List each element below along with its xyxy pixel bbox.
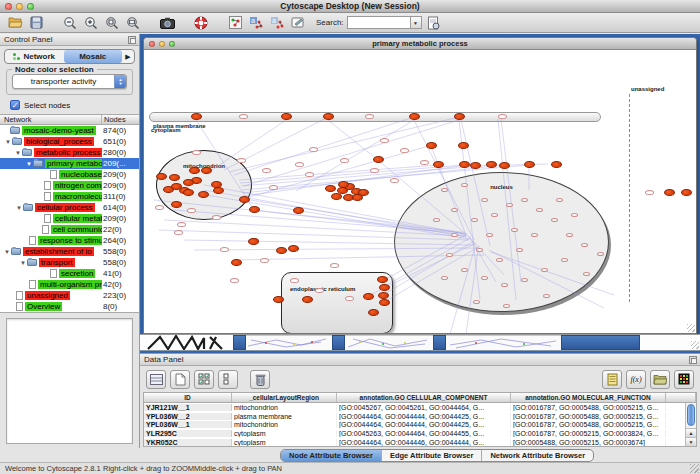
help-icon[interactable] <box>192 14 210 31</box>
tree-row[interactable]: mosaic-demo-yeast874(0) <box>0 125 139 136</box>
disclosure-triangle-icon[interactable]: ▼ <box>15 205 23 211</box>
network-node-small[interactable] <box>503 304 510 308</box>
network-node-small[interactable] <box>315 288 324 293</box>
first-neighbors-icon[interactable]: a <box>247 14 265 31</box>
tree-row[interactable]: ▼establishment of lo558(0) <box>0 246 139 257</box>
float-panel-icon[interactable] <box>689 356 697 364</box>
zoom-view-icon[interactable] <box>169 41 175 47</box>
search-input[interactable] <box>347 16 411 29</box>
network-node[interactable] <box>433 161 444 168</box>
network-node-small[interactable] <box>441 188 448 192</box>
table-row[interactable]: YPL036W__2plasma membrane[GO:0044464, GO… <box>144 412 696 421</box>
network-node[interactable] <box>338 181 349 188</box>
network-node[interactable] <box>486 161 497 168</box>
network-node[interactable] <box>368 309 379 316</box>
zoom-in-icon[interactable] <box>82 14 100 31</box>
network-node[interactable] <box>189 167 200 174</box>
network-node[interactable] <box>378 292 389 299</box>
network-node-small[interactable] <box>187 208 196 213</box>
network-node-small[interactable] <box>536 208 543 212</box>
network-node-small[interactable] <box>340 158 349 163</box>
zoom-selected-icon[interactable] <box>103 14 121 31</box>
snapshot-icon[interactable] <box>158 14 176 31</box>
network-node-small[interactable] <box>295 162 304 167</box>
minimized-window-titlebar[interactable] <box>332 335 345 350</box>
network-node-small[interactable] <box>531 233 538 237</box>
network-node-small[interactable] <box>476 248 483 252</box>
tree-row[interactable]: nitrogen compo209(0) <box>0 180 139 191</box>
network-node-small[interactable] <box>551 218 558 222</box>
network-node-small[interactable] <box>262 168 271 173</box>
table-column-header[interactable]: ID <box>144 393 232 402</box>
save-icon[interactable] <box>27 14 45 31</box>
network-node-small[interactable] <box>420 160 429 165</box>
network-node[interactable] <box>377 276 388 283</box>
table-row[interactable]: YJR121W__1mitochondrion[GO:0045267, GO:0… <box>144 403 696 412</box>
attribute-editor-icon[interactable] <box>602 370 622 389</box>
disclosure-triangle-icon[interactable]: ▼ <box>14 150 22 156</box>
network-node[interactable] <box>454 113 465 120</box>
tab-mosaic[interactable]: Mosaic <box>64 50 123 63</box>
table-row[interactable]: YLR295Ccytoplasm[GO:0045263, GO:0044464,… <box>144 429 696 438</box>
network-node-small[interactable] <box>370 168 379 173</box>
disclosure-triangle-icon[interactable]: ▼ <box>19 260 27 266</box>
tree-row[interactable]: nucleobase-209(0) <box>0 169 139 180</box>
scroll-down-icon[interactable]: ▼ <box>686 437 696 446</box>
tree-row[interactable]: macromolecule311(0) <box>0 191 139 202</box>
tree-row[interactable]: secretion41(0) <box>0 268 139 279</box>
network-node[interactable] <box>249 206 260 213</box>
network-node-small[interactable] <box>290 278 299 283</box>
network-node[interactable] <box>171 201 182 208</box>
network-canvas[interactable]: plasma membrane cytoplasm mitochondrion … <box>144 50 696 333</box>
tree-row[interactable]: ▼cellular process614(0) <box>0 202 139 213</box>
network-node[interactable] <box>458 142 469 149</box>
network-node-small[interactable] <box>239 114 248 119</box>
network-node[interactable] <box>459 161 470 168</box>
minimized-window-preview[interactable] <box>345 335 433 350</box>
network-node[interactable] <box>470 162 481 169</box>
network-node[interactable] <box>409 113 420 120</box>
tab-edge-attribute-browser[interactable]: Edge Attribute Browser <box>382 450 482 461</box>
network-node-small[interactable] <box>446 253 453 257</box>
network-node-small[interactable] <box>473 300 480 304</box>
disclosure-triangle-icon[interactable]: ▼ <box>3 249 11 255</box>
network-node-small[interactable] <box>212 215 221 220</box>
close-view-icon[interactable] <box>149 41 155 47</box>
heatmap-icon[interactable] <box>674 370 694 389</box>
unselect-attributes-icon[interactable] <box>218 370 238 389</box>
create-network-icon[interactable] <box>226 14 244 31</box>
network-node-small[interactable] <box>498 114 507 119</box>
birds-eye-view[interactable] <box>6 318 133 444</box>
network-node-small[interactable] <box>566 233 573 237</box>
network-node[interactable] <box>379 284 390 291</box>
tab-network[interactable]: Network <box>5 50 64 63</box>
search-dropdown-icon[interactable]: ▼ <box>411 16 422 29</box>
network-node[interactable] <box>325 185 336 192</box>
network-node-small[interactable] <box>471 218 478 222</box>
close-window-icon[interactable] <box>5 3 12 10</box>
open-file-icon[interactable] <box>6 14 24 31</box>
minimize-window-icon[interactable] <box>16 3 23 10</box>
tab-node-attribute-browser[interactable]: Node Attribute Browser <box>281 450 382 461</box>
minimized-window-titlebar[interactable] <box>561 335 640 350</box>
network-node-small[interactable] <box>309 147 318 152</box>
network-node[interactable] <box>183 189 194 196</box>
network-node-small[interactable] <box>441 276 448 280</box>
network-node-small[interactable] <box>461 268 468 272</box>
tree-row[interactable]: cell communicat22(0) <box>0 224 139 235</box>
minimized-window-titlebar[interactable] <box>433 335 446 350</box>
network-node-small[interactable] <box>486 233 493 237</box>
tree-row[interactable]: ▼metabolic process280(0) <box>0 147 139 158</box>
zoom-out-icon[interactable] <box>61 14 79 31</box>
network-node-small[interactable] <box>645 190 654 195</box>
network-node-small[interactable] <box>390 178 399 183</box>
table-column-header[interactable]: annotation.GO CELLULAR_COMPONENT <box>337 393 511 402</box>
network-node[interactable] <box>524 161 535 168</box>
network-node-small[interactable] <box>330 263 339 268</box>
network-node-small[interactable] <box>365 114 374 119</box>
minimized-window-preview[interactable] <box>246 335 332 350</box>
network-node-small[interactable] <box>491 213 498 217</box>
scrollbar-thumb[interactable] <box>687 404 695 426</box>
network-node-small[interactable] <box>506 203 513 207</box>
table-column-header[interactable]: _cellularLayoutRegion <box>232 393 337 402</box>
